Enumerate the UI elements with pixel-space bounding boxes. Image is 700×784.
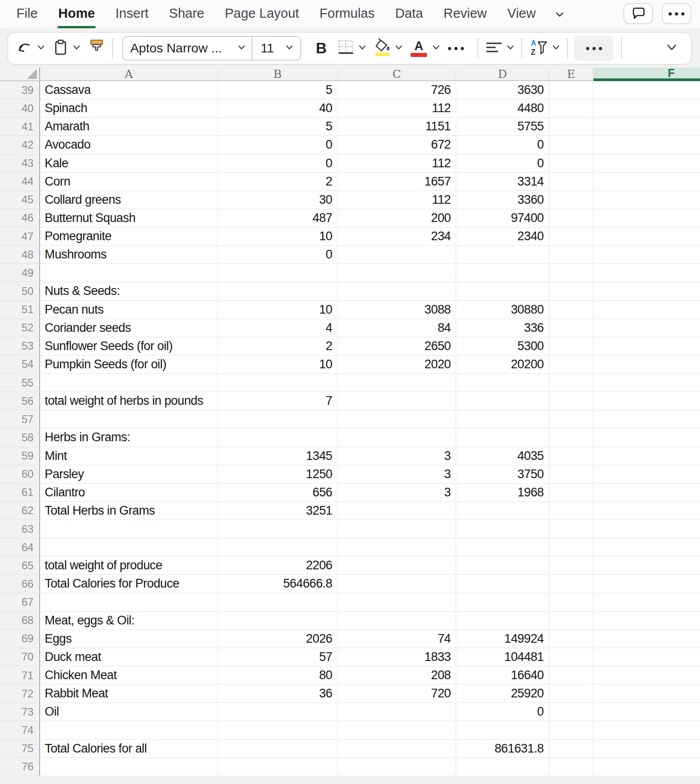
cell-D75[interactable]: 861631.8 (456, 740, 549, 758)
cell-E54[interactable] (549, 356, 593, 374)
cell-C50[interactable] (338, 282, 456, 300)
cell-D76[interactable] (456, 758, 549, 776)
cell-B41[interactable]: 5 (218, 118, 338, 136)
row-header-75[interactable]: 75 (0, 740, 40, 758)
cell-A39[interactable]: Cassava (40, 81, 218, 99)
cell-F67[interactable] (593, 593, 700, 612)
cell-C52[interactable]: 84 (338, 319, 456, 337)
font-color-button[interactable]: A (409, 40, 441, 57)
cell-F65[interactable] (593, 557, 700, 575)
cell-F71[interactable] (593, 666, 700, 685)
cell-F48[interactable] (593, 246, 700, 264)
cell-D72[interactable]: 25920 (456, 685, 549, 703)
cell-A55[interactable] (40, 374, 218, 392)
column-header-E[interactable]: E (549, 67, 593, 81)
row-header-52[interactable]: 52 (0, 319, 40, 337)
cell-A56[interactable]: total weight of herbs in pounds (40, 392, 218, 410)
row-header-72[interactable]: 72 (0, 685, 40, 703)
cell-E60[interactable] (549, 465, 593, 484)
cell-D58[interactable] (456, 428, 549, 447)
cell-B59[interactable]: 1345 (218, 447, 338, 465)
row-header-71[interactable]: 71 (0, 666, 40, 685)
cell-E64[interactable] (549, 538, 593, 557)
font-name-dropdown[interactable]: Aptos Narrow ... (123, 41, 252, 56)
cell-F40[interactable] (593, 99, 700, 118)
cell-C43[interactable]: 112 (338, 155, 456, 173)
cell-C46[interactable]: 200 (338, 209, 456, 227)
fill-color-button[interactable] (372, 38, 403, 59)
cell-D69[interactable]: 149924 (456, 630, 549, 648)
cell-D71[interactable]: 16640 (456, 666, 549, 685)
ribbon-tab-review[interactable]: Review (443, 6, 487, 23)
ribbon-tabs-overflow-chevron-icon[interactable] (554, 9, 566, 22)
cell-C65[interactable] (338, 557, 456, 575)
cell-D41[interactable]: 5755 (456, 118, 549, 136)
cell-B63[interactable] (218, 520, 338, 538)
cell-D43[interactable]: 0 (456, 155, 549, 173)
paste-button[interactable] (52, 39, 81, 58)
cell-E57[interactable] (549, 410, 593, 428)
cell-F72[interactable] (593, 685, 700, 703)
cell-B48[interactable]: 0 (218, 246, 338, 264)
cell-D68[interactable] (456, 612, 549, 630)
cell-F60[interactable] (593, 465, 700, 484)
font-size-dropdown[interactable]: 11 (252, 41, 300, 56)
row-header-42[interactable]: 42 (0, 136, 40, 154)
comments-button[interactable] (623, 3, 653, 24)
cell-C76[interactable] (338, 758, 456, 776)
cell-F55[interactable] (593, 374, 700, 392)
cell-E51[interactable] (549, 301, 593, 319)
cell-E53[interactable] (549, 337, 593, 356)
cell-D49[interactable] (456, 264, 549, 282)
cell-C59[interactable]: 3 (338, 447, 456, 465)
row-header-44[interactable]: 44 (0, 173, 40, 191)
cell-C41[interactable]: 1151 (338, 118, 456, 136)
cell-B56[interactable]: 7 (218, 392, 338, 410)
cell-E68[interactable] (549, 612, 593, 630)
cell-F74[interactable] (593, 721, 700, 739)
cell-C51[interactable]: 3088 (338, 301, 456, 319)
cell-A40[interactable]: Spinach (40, 99, 218, 118)
cell-D60[interactable]: 3750 (456, 465, 549, 484)
ribbon-tab-view[interactable]: View (507, 6, 535, 23)
cell-A69[interactable]: Eggs (40, 630, 218, 648)
cell-C60[interactable]: 3 (338, 465, 456, 484)
cell-E48[interactable] (549, 246, 593, 264)
cell-B67[interactable] (218, 593, 338, 612)
cell-F49[interactable] (593, 264, 700, 282)
borders-button[interactable] (337, 38, 367, 58)
cell-B52[interactable]: 4 (218, 319, 338, 337)
cell-C44[interactable]: 1657 (338, 173, 456, 191)
cell-D73[interactable]: 0 (456, 703, 549, 721)
cell-A72[interactable]: Rabbit Meat (40, 685, 218, 703)
cell-C64[interactable] (338, 538, 456, 557)
cell-D56[interactable] (456, 392, 549, 410)
cell-E39[interactable] (549, 81, 593, 99)
ribbon-tab-data[interactable]: Data (395, 6, 423, 23)
cell-C66[interactable] (338, 575, 456, 593)
cell-F44[interactable] (593, 173, 700, 191)
cell-D50[interactable] (456, 282, 549, 300)
cell-A59[interactable]: Mint (40, 447, 218, 465)
row-header-53[interactable]: 53 (0, 337, 40, 356)
cell-A45[interactable]: Collard greens (40, 191, 218, 209)
chevron-down-icon[interactable] (551, 43, 561, 54)
cell-F66[interactable] (593, 575, 700, 593)
format-painter-button[interactable] (88, 38, 106, 58)
cell-E72[interactable] (549, 685, 593, 703)
cell-A49[interactable] (40, 264, 218, 282)
cell-D64[interactable] (456, 538, 549, 557)
cell-A48[interactable]: Mushrooms (40, 246, 218, 264)
cell-C63[interactable] (338, 520, 456, 538)
row-header-58[interactable]: 58 (0, 428, 40, 447)
cell-F51[interactable] (593, 301, 700, 319)
cell-A62[interactable]: Total Herbs in Grams (40, 502, 218, 520)
cell-D47[interactable]: 2340 (456, 227, 549, 246)
cell-E66[interactable] (549, 575, 593, 593)
row-header-49[interactable]: 49 (0, 264, 40, 282)
cell-D74[interactable] (456, 721, 549, 739)
cell-B70[interactable]: 57 (218, 648, 338, 666)
cell-B64[interactable] (218, 538, 338, 557)
row-header-46[interactable]: 46 (0, 209, 40, 227)
cell-B50[interactable] (218, 282, 338, 300)
